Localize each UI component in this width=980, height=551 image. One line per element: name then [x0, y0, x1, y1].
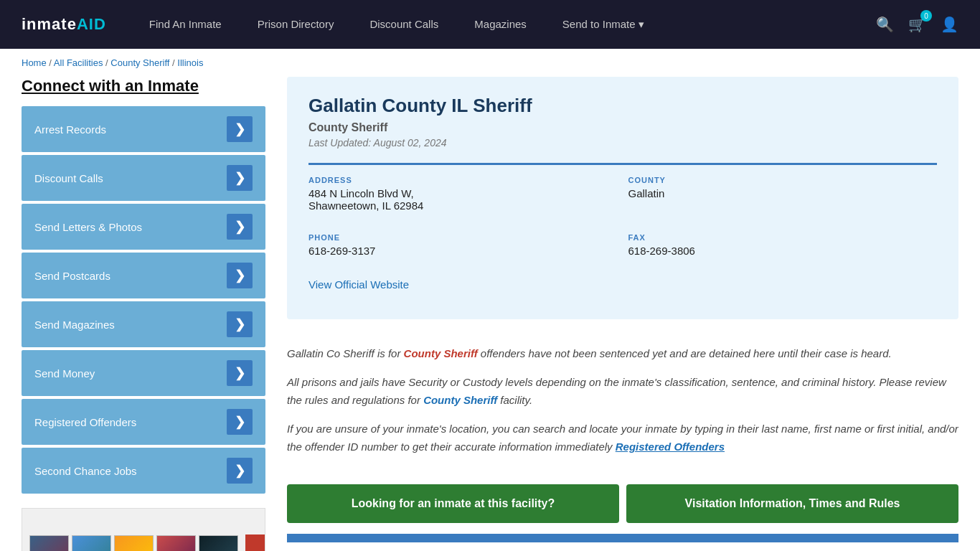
sidebar-label-send-money: Send Money	[34, 367, 95, 380]
nav-magazines[interactable]: Magazines	[474, 18, 527, 31]
main-nav: Find An Inmate Prison Directory Discount…	[149, 18, 847, 31]
sidebar-label-second-chance-jobs: Second Chance Jobs	[34, 465, 137, 477]
sidebar-label-send-magazines: Send Magazines	[34, 319, 115, 331]
arrow-icon-send-postcards: ❯	[227, 263, 253, 288]
ad-rd-logo: Rd	[245, 534, 265, 551]
description-para2: All prisons and jails have Security or C…	[287, 373, 958, 410]
registered-offenders-link[interactable]: Registered Offenders	[616, 441, 725, 453]
find-inmate-button[interactable]: Looking for an inmate at this facility?	[287, 484, 619, 523]
sidebar-item-arrest-records[interactable]: Arrest Records ❯	[22, 106, 265, 152]
visitation-info-button[interactable]: Visitation Information, Times and Rules	[626, 484, 958, 523]
desc-para2-end: facility.	[497, 394, 532, 406]
desc-para2-text: All prisons and jails have Security or C…	[287, 376, 946, 407]
ad-text: Rd	[245, 534, 265, 551]
phone-block: PHONE 618-269-3137	[308, 233, 618, 257]
facility-title: Gallatin County IL Sheriff	[308, 95, 937, 117]
ad-magazine-covers	[29, 535, 238, 551]
site-header: inmateAID Find An Inmate Prison Director…	[0, 0, 980, 49]
phone-label: PHONE	[308, 233, 618, 242]
sidebar-item-send-money[interactable]: Send Money ❯	[22, 350, 265, 396]
main-content: Gallatin County IL Sheriff County Sherif…	[287, 77, 958, 551]
sidebar-item-registered-offenders[interactable]: Registered Offenders ❯	[22, 399, 265, 445]
address-line2: Shawneetown, IL 62984	[308, 199, 618, 212]
breadcrumb-home[interactable]: Home	[22, 57, 47, 68]
sidebar-item-send-magazines[interactable]: Send Magazines ❯	[22, 301, 265, 347]
logo-text: inmateAID	[22, 15, 106, 34]
facility-last-updated: Last Updated: August 02, 2024	[308, 137, 937, 149]
address-block: ADDRESS 484 N Lincoln Blvd W, Shawneetow…	[308, 176, 618, 212]
sidebar-item-send-letters[interactable]: Send Letters & Photos ❯	[22, 204, 265, 250]
phone-value: 618-269-3137	[308, 245, 618, 257]
breadcrumb-illinois[interactable]: Illinois	[177, 57, 203, 68]
official-website-link[interactable]: View Official Website	[308, 278, 409, 291]
header-icons: 🔍 🛒 0 👤	[876, 16, 958, 33]
breadcrumb-all-facilities[interactable]: All Facilities	[54, 57, 103, 68]
ad-content: Rd 1 Year Subscription for only $19.98 E…	[22, 509, 265, 551]
county-block: COUNTY Gallatin	[628, 176, 938, 212]
address-label: ADDRESS	[308, 176, 618, 184]
sidebar-item-discount-calls[interactable]: Discount Calls ❯	[22, 155, 265, 201]
sidebar-label-registered-offenders: Registered Offenders	[34, 416, 136, 428]
sidebar-label-send-postcards: Send Postcards	[34, 270, 110, 282]
sidebar-label-discount-calls: Discount Calls	[34, 172, 103, 184]
ad-cover-1	[29, 535, 69, 551]
arrow-icon-send-letters: ❯	[227, 214, 253, 240]
breadcrumb-county-sheriff[interactable]: County Sheriff	[110, 57, 169, 68]
arrow-icon-send-magazines: ❯	[227, 311, 253, 337]
ad-cover-3	[114, 535, 154, 551]
sidebar-menu: Arrest Records ❯ Discount Calls ❯ Send L…	[22, 106, 265, 494]
nav-prison-directory[interactable]: Prison Directory	[258, 18, 334, 31]
county-label: COUNTY	[628, 176, 938, 184]
user-icon[interactable]: 👤	[941, 16, 958, 33]
arrow-icon-send-money: ❯	[227, 360, 253, 386]
address-line1: 484 N Lincoln Blvd W,	[308, 187, 618, 199]
breadcrumb: Home / All Facilities / County Sheriff /…	[0, 49, 980, 77]
sidebar: Connect with an Inmate Arrest Records ❯ …	[22, 77, 265, 551]
arrow-icon-registered-offenders: ❯	[227, 409, 253, 435]
nav-send-to-inmate[interactable]: Send to Inmate ▾	[562, 18, 644, 31]
ad-cover-2	[72, 535, 111, 551]
facility-description: Gallatin Co Sheriff is for County Sherif…	[287, 334, 958, 477]
sidebar-item-second-chance-jobs[interactable]: Second Chance Jobs ❯	[22, 448, 265, 494]
desc-county-sheriff-2: County Sheriff	[423, 394, 497, 406]
main-layout: Connect with an Inmate Arrest Records ❯ …	[0, 77, 980, 551]
cart-icon[interactable]: 🛒 0	[908, 16, 926, 33]
county-value: Gallatin	[628, 187, 938, 199]
desc-para1-start: Gallatin Co Sheriff is for	[287, 347, 404, 359]
nav-find-inmate[interactable]: Find An Inmate	[149, 18, 222, 31]
ad-cover-5	[199, 535, 238, 551]
search-icon[interactable]: 🔍	[876, 16, 894, 33]
sidebar-label-send-letters: Send Letters & Photos	[34, 221, 142, 233]
nav-discount-calls[interactable]: Discount Calls	[369, 18, 438, 31]
action-buttons: Looking for an inmate at this facility? …	[287, 484, 958, 523]
arrow-icon-discount-calls: ❯	[227, 165, 253, 191]
description-para3: If you are unsure of your inmate's locat…	[287, 420, 958, 456]
fax-block: FAX 618-269-3806	[628, 233, 938, 257]
desc-para1-end: offenders have not been sentenced yet an…	[478, 347, 892, 359]
arrow-icon-second-chance-jobs: ❯	[227, 458, 253, 484]
sidebar-advertisement[interactable]: Rd 1 Year Subscription for only $19.98 E…	[22, 508, 265, 551]
description-para1: Gallatin Co Sheriff is for County Sherif…	[287, 344, 958, 363]
cart-badge: 0	[920, 10, 932, 22]
desc-county-sheriff-1: County Sheriff	[404, 347, 478, 359]
sidebar-title: Connect with an Inmate	[22, 77, 265, 95]
arrow-icon-arrest-records: ❯	[227, 116, 253, 142]
website-block: View Official Website	[308, 278, 937, 291]
fax-label: FAX	[628, 233, 938, 242]
bottom-blue-bar	[287, 534, 958, 542]
fax-value: 618-269-3806	[628, 245, 938, 257]
facility-info-grid: ADDRESS 484 N Lincoln Blvd W, Shawneetow…	[308, 163, 937, 301]
facility-card: Gallatin County IL Sheriff County Sherif…	[287, 77, 958, 319]
site-logo[interactable]: inmateAID	[22, 15, 106, 34]
sidebar-item-send-postcards[interactable]: Send Postcards ❯	[22, 253, 265, 298]
facility-type: County Sheriff	[308, 121, 937, 134]
sidebar-label-arrest-records: Arrest Records	[34, 123, 106, 136]
ad-cover-4	[156, 535, 196, 551]
